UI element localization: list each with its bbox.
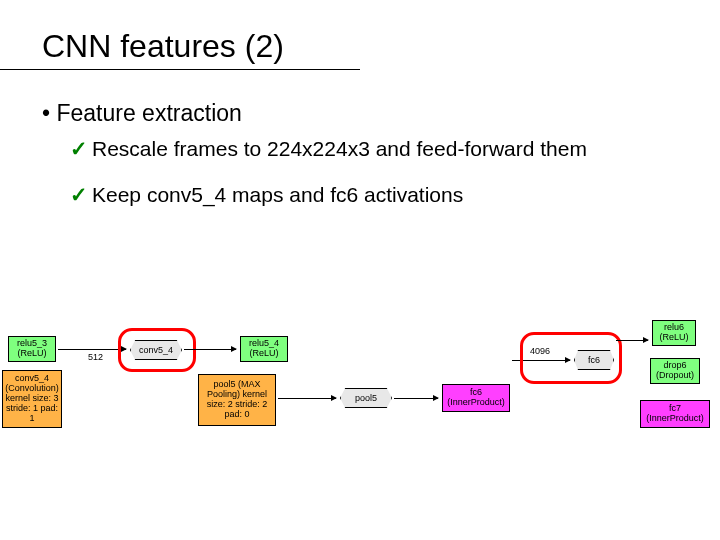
node-fc6-detail: fc6 (InnerProduct) [442,384,510,412]
sub2-text: Keep conv5_4 maps and fc6 activations [92,183,463,206]
bullet-main: • Feature extraction [42,100,720,127]
arrow [394,398,438,399]
sub-bullet-2: ✓Keep conv5_4 maps and fc6 activations [42,183,720,207]
network-diagram: relu5_3 (ReLU) conv5_4 (Convolution) ker… [0,300,720,470]
content-area: • Feature extraction ✓Rescale frames to … [0,70,720,207]
bullet-text: Feature extraction [56,100,241,126]
label-512: 512 [88,352,103,362]
node-relu6: relu6 (ReLU) [652,320,696,346]
arrow [278,398,336,399]
node-pool5: pool5 [340,388,392,408]
check-icon: ✓ [70,183,88,206]
check-icon: ✓ [70,137,88,160]
node-relu5-3: relu5_3 (ReLU) [8,336,56,362]
arrow [616,340,648,341]
node-drop6: drop6 (Dropout) [650,358,700,384]
node-fc7: fc7 (InnerProduct) [640,400,710,428]
sub-bullet-1: ✓Rescale frames to 224x224x3 and feed-fo… [42,137,720,161]
arrow [184,349,236,350]
node-relu5-4: relu5_4 (ReLU) [240,336,288,362]
slide-title: CNN features (2) [0,0,360,70]
highlight-fc6 [520,332,622,384]
highlight-conv5-4 [118,328,196,372]
node-pool5-detail: pool5 (MAX Pooling) kernel size: 2 strid… [198,374,276,426]
arrow [58,349,126,350]
node-conv5-4-detail: conv5_4 (Convolution) kernel size: 3 str… [2,370,62,428]
sub1-text: Rescale frames to 224x224x3 and feed-for… [92,137,587,160]
